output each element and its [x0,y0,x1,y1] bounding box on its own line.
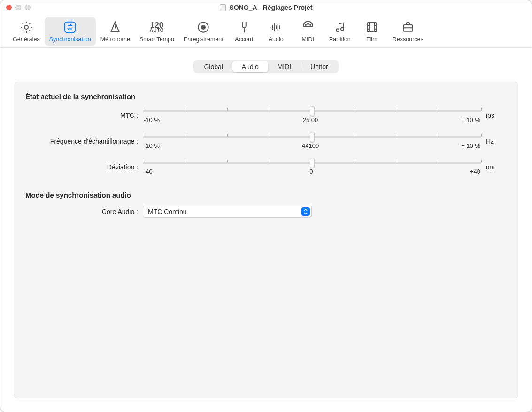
waveform-icon [268,19,284,35]
deviation-scale-left: -40 [144,168,153,175]
toolbar-audio[interactable]: Audio [260,17,292,46]
sync-icon [62,19,78,35]
row-mtc: MTC : -10 % 25 00 + 10 % ips [25,107,507,123]
svg-rect-9 [367,23,377,32]
window-minimize-button[interactable] [15,5,21,10]
record-icon [195,19,211,35]
deviation-label: Déviation : [25,163,138,171]
sync-subtabs: Global Audio MIDI Unitor [193,60,338,73]
toolbar-metronome[interactable]: Métronome [96,17,135,46]
titlebar: SONG_A - Réglages Projet [0,0,532,15]
svg-point-6 [310,24,311,25]
row-deviation: Déviation : -40 0 +40 ms [25,159,507,175]
samplerate-scale-right: + 10 % [461,142,480,149]
toolbar-metronome-label: Métronome [100,36,130,43]
window-close-button[interactable] [6,5,12,10]
settings-panel: État actuel de la synchronisation MTC : … [14,82,518,398]
svg-rect-1 [65,22,76,33]
samplerate-scale-left: -10 % [144,142,160,149]
toolbar-recording-label: Enregistrement [184,36,224,43]
core-audio-value: MTC Continu [148,208,186,215]
score-icon [332,19,348,35]
svg-point-5 [308,23,308,24]
toolbar-smart-tempo-label: Smart Tempo [139,36,174,43]
row-core-audio: Core Audio : MTC Continu [25,206,507,218]
tuning-fork-icon [236,19,252,35]
core-audio-select[interactable]: MTC Continu [143,206,312,218]
svg-point-4 [305,24,306,25]
samplerate-scale-center: 44100 [302,142,319,149]
toolbar-audio-label: Audio [269,36,284,43]
toolbar-general[interactable]: Générales [8,17,45,46]
window-title: SONG_A - Réglages Projet [0,4,532,11]
svg-point-3 [201,25,205,29]
gear-icon [18,19,34,35]
samplerate-slider-thumb[interactable] [310,132,315,142]
toolbar-score[interactable]: Partition [324,17,356,46]
samplerate-label: Fréquence d'échantillonnage : [25,137,138,145]
toolbar-recording[interactable]: Enregistrement [179,17,228,46]
traffic-lights [6,5,31,10]
mtc-scale-left: -10 % [144,116,160,123]
tab-midi[interactable]: MIDI [268,61,301,72]
deviation-scale-center: 0 [309,168,313,175]
mtc-scale-right: + 10 % [461,116,480,123]
deviation-scale-right: +40 [470,168,480,175]
briefcase-icon [400,19,416,35]
toolbar-general-label: Générales [13,36,40,43]
metronome-icon [107,19,123,35]
tab-audio[interactable]: Audio [232,61,268,72]
samplerate-unit: Hz [486,137,507,145]
midi-icon [300,19,316,35]
toolbar-tuning[interactable]: Accord [228,17,260,46]
deviation-slider[interactable] [143,159,481,167]
deviation-unit: ms [486,163,507,171]
toolbar: Générales Synchronisation Métronome [0,15,532,48]
mtc-slider-thumb[interactable] [310,106,315,116]
samplerate-slider[interactable] [143,133,481,141]
select-stepper-icon [301,207,310,216]
toolbar-movie-label: Film [366,36,378,43]
document-icon [220,4,226,11]
deviation-slider-thumb[interactable] [310,158,315,168]
mtc-slider[interactable] [143,107,481,115]
mtc-label: MTC : [25,112,138,119]
film-icon [364,19,380,35]
window-zoom-button[interactable] [25,5,31,10]
smart-tempo-icon: 120 AUTO [149,19,165,35]
row-samplerate: Fréquence d'échantillonnage : -10 % 4410… [25,133,507,149]
section-sync-mode: Mode de synchronisation audio [25,191,507,199]
svg-point-0 [24,25,28,29]
mtc-scale-center: 25 00 [303,116,318,123]
toolbar-midi-label: MIDI [302,36,314,43]
content-area: Global Audio MIDI Unitor État actuel de … [0,48,532,412]
tab-unitor[interactable]: Unitor [301,61,337,72]
section-sync-status: État actuel de la synchronisation [25,92,507,100]
toolbar-movie[interactable]: Film [356,17,388,46]
toolbar-assets[interactable]: Ressources [388,17,428,46]
toolbar-synchronization[interactable]: Synchronisation [45,17,96,46]
toolbar-tuning-label: Accord [235,36,253,43]
toolbar-assets-label: Ressources [393,36,424,43]
project-settings-window: SONG_A - Réglages Projet Générales Synch… [0,0,532,412]
tab-global[interactable]: Global [194,61,232,72]
core-audio-label: Core Audio : [25,208,138,215]
mtc-unit: ips [486,112,507,119]
toolbar-score-label: Partition [329,36,351,43]
toolbar-midi[interactable]: MIDI [292,17,324,46]
toolbar-synchronization-label: Synchronisation [49,36,91,43]
window-title-text: SONG_A - Réglages Projet [230,4,313,11]
toolbar-smart-tempo[interactable]: 120 AUTO Smart Tempo [135,17,179,46]
